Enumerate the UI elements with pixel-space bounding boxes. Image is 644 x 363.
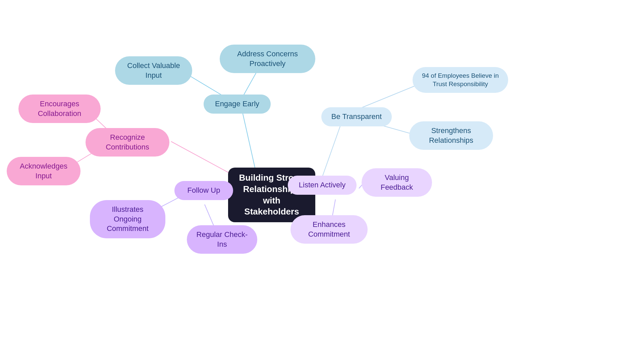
encourages-collaboration-node: Encourages Collaboration: [18, 95, 101, 123]
svg-line-6: [171, 141, 235, 176]
engage-early-node: Engage Early: [204, 95, 271, 114]
be-transparent-node: Be Transparent: [321, 107, 392, 126]
follow-up-node: Follow Up: [174, 181, 233, 200]
regular-checkins-node: Regular Check-Ins: [187, 225, 257, 254]
collect-input-node: Collect Valuable Input: [115, 56, 192, 85]
acknowledges-input-node: Acknowledges Input: [7, 157, 80, 185]
enhances-commitment-node: Enhances Commitment: [290, 215, 368, 244]
svg-line-11: [205, 204, 215, 228]
employees-believe-node: 94 of Employees Believe in Trust Respons…: [413, 67, 508, 93]
listen-actively-node: Listen Actively: [288, 176, 357, 195]
illustrates-commitment-node: Illustrates Ongoing Commitment: [90, 200, 165, 238]
strengthens-relationships-node: Strengthens Relationships: [409, 121, 493, 150]
svg-line-3: [322, 121, 342, 178]
recognize-contributions-node: Recognize Contributions: [86, 128, 169, 157]
valuing-feedback-node: Valuing Feedback: [362, 168, 432, 197]
svg-line-0: [241, 108, 255, 168]
address-concerns-node: Address Concerns Proactively: [220, 45, 315, 73]
